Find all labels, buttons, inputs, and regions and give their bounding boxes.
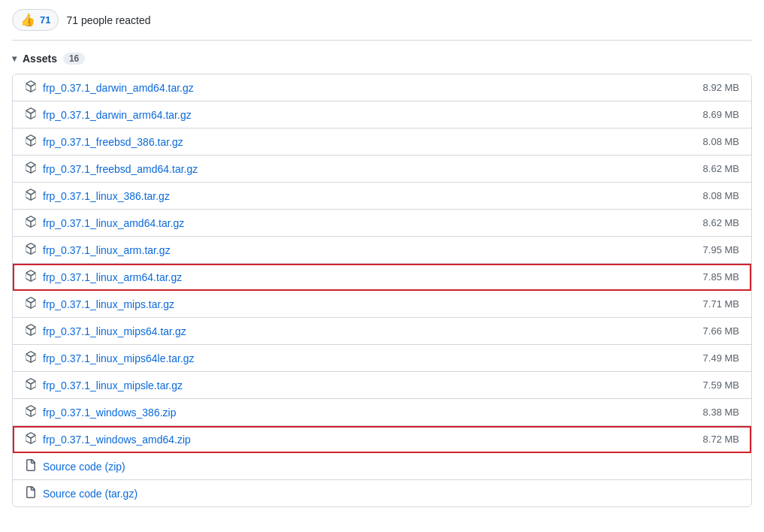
asset-link[interactable]: Source code (tar.gz) <box>43 488 137 500</box>
asset-left: frp_0.37.1_windows_386.zip <box>25 405 176 419</box>
asset-size: 8.72 MB <box>703 434 739 445</box>
asset-size: 8.69 MB <box>703 109 739 120</box>
asset-left: frp_0.37.1_darwin_arm64.tar.gz <box>25 107 192 122</box>
asset-size: 7.49 MB <box>703 352 739 364</box>
asset-size: 8.38 MB <box>703 407 739 418</box>
assets-section: ▾ Assets 16 frp_0.37.1_darwin_amd64.tar.… <box>12 41 752 519</box>
asset-link[interactable]: frp_0.37.1_freebsd_386.tar.gz <box>43 136 183 148</box>
reaction-emoji: 👍 <box>20 13 35 27</box>
package-icon <box>25 297 37 311</box>
asset-left: frp_0.37.1_freebsd_amd64.tar.gz <box>25 162 198 176</box>
asset-left: frp_0.37.1_linux_mipsle.tar.gz <box>25 378 183 392</box>
package-icon <box>25 107 37 122</box>
asset-left: frp_0.37.1_freebsd_386.tar.gz <box>25 135 183 149</box>
asset-left: Source code (tar.gz) <box>25 486 137 500</box>
asset-size: 8.62 MB <box>703 163 739 174</box>
asset-row: frp_0.37.1_linux_mips64le.tar.gz7.49 MB <box>13 345 751 372</box>
asset-size: 7.66 MB <box>703 325 739 337</box>
asset-link[interactable]: frp_0.37.1_linux_arm64.tar.gz <box>43 271 182 283</box>
reaction-button[interactable]: 👍 71 <box>12 9 59 31</box>
asset-row: frp_0.37.1_linux_mips.tar.gz7.71 MB <box>13 291 751 318</box>
asset-row: frp_0.37.1_freebsd_amd64.tar.gz8.62 MB <box>13 156 751 183</box>
asset-link[interactable]: frp_0.37.1_freebsd_amd64.tar.gz <box>43 163 198 175</box>
assets-label: Assets <box>23 53 57 65</box>
asset-link[interactable]: frp_0.37.1_linux_mips64.tar.gz <box>43 325 186 337</box>
asset-left: frp_0.37.1_linux_arm.tar.gz <box>25 243 171 257</box>
asset-left: frp_0.37.1_linux_amd64.tar.gz <box>25 216 184 230</box>
asset-link[interactable]: frp_0.37.1_linux_mips64le.tar.gz <box>43 352 195 364</box>
asset-size: 8.92 MB <box>703 82 739 93</box>
source-icon <box>25 486 37 500</box>
asset-row: frp_0.37.1_windows_amd64.zip8.72 MB <box>13 426 751 453</box>
asset-link[interactable]: frp_0.37.1_linux_mips.tar.gz <box>43 298 174 310</box>
package-icon <box>25 243 37 257</box>
asset-row: frp_0.37.1_linux_amd64.tar.gz8.62 MB <box>13 210 751 237</box>
asset-size: 8.08 MB <box>703 136 739 147</box>
asset-size: 8.08 MB <box>703 190 739 201</box>
asset-size: 8.62 MB <box>703 217 739 228</box>
package-icon <box>25 378 37 392</box>
assets-toggle-icon: ▾ <box>12 53 17 64</box>
reaction-count: 71 <box>40 14 50 26</box>
source-icon <box>25 459 37 473</box>
asset-left: frp_0.37.1_windows_amd64.zip <box>25 432 191 446</box>
package-icon <box>25 189 37 203</box>
asset-link[interactable]: frp_0.37.1_linux_386.tar.gz <box>43 190 170 202</box>
asset-size: 7.59 MB <box>703 379 739 391</box>
asset-left: frp_0.37.1_linux_mips.tar.gz <box>25 297 174 311</box>
asset-left: frp_0.37.1_linux_arm64.tar.gz <box>25 270 182 284</box>
asset-link[interactable]: Source code (zip) <box>43 461 125 473</box>
asset-link[interactable]: frp_0.37.1_linux_arm.tar.gz <box>43 244 171 256</box>
package-icon <box>25 162 37 176</box>
asset-row: frp_0.37.1_darwin_amd64.tar.gz8.92 MB <box>13 74 751 101</box>
asset-row: frp_0.37.1_darwin_arm64.tar.gz8.69 MB <box>13 101 751 128</box>
asset-left: frp_0.37.1_darwin_amd64.tar.gz <box>25 80 194 95</box>
asset-link[interactable]: frp_0.37.1_windows_386.zip <box>43 407 176 419</box>
asset-row: Source code (tar.gz) <box>13 480 751 506</box>
asset-row: frp_0.37.1_freebsd_386.tar.gz8.08 MB <box>13 128 751 156</box>
asset-row: frp_0.37.1_linux_arm.tar.gz7.95 MB <box>13 237 751 264</box>
asset-row: frp_0.37.1_linux_386.tar.gz8.08 MB <box>13 183 751 210</box>
package-icon <box>25 80 37 95</box>
asset-row: frp_0.37.1_linux_arm64.tar.gz7.85 MB <box>13 264 751 291</box>
asset-left: Source code (zip) <box>25 459 125 473</box>
asset-left: frp_0.37.1_linux_mips64le.tar.gz <box>25 351 195 365</box>
asset-row: frp_0.37.1_windows_386.zip8.38 MB <box>13 399 751 426</box>
assets-count: 16 <box>63 53 85 65</box>
asset-link[interactable]: frp_0.37.1_darwin_amd64.tar.gz <box>43 82 194 94</box>
reactions-bar: 👍 71 71 people reacted <box>12 0 752 41</box>
asset-link[interactable]: frp_0.37.1_linux_amd64.tar.gz <box>43 217 184 229</box>
asset-link[interactable]: frp_0.37.1_windows_amd64.zip <box>43 434 191 446</box>
asset-size: 7.95 MB <box>703 244 739 255</box>
asset-link[interactable]: frp_0.37.1_darwin_arm64.tar.gz <box>43 109 192 121</box>
asset-left: frp_0.37.1_linux_386.tar.gz <box>25 189 170 203</box>
asset-row: frp_0.37.1_linux_mipsle.tar.gz7.59 MB <box>13 372 751 399</box>
package-icon <box>25 324 37 338</box>
package-icon <box>25 216 37 230</box>
asset-size: 7.85 MB <box>703 271 739 283</box>
reactions-text: 71 people reacted <box>66 14 150 26</box>
package-icon <box>25 432 37 446</box>
assets-list: frp_0.37.1_darwin_amd64.tar.gz8.92 MB fr… <box>12 74 752 507</box>
assets-header[interactable]: ▾ Assets 16 <box>12 53 752 65</box>
asset-link[interactable]: frp_0.37.1_linux_mipsle.tar.gz <box>43 379 183 391</box>
asset-row: Source code (zip) <box>13 453 751 480</box>
package-icon <box>25 405 37 419</box>
package-icon <box>25 351 37 365</box>
asset-row: frp_0.37.1_linux_mips64.tar.gz7.66 MB <box>13 318 751 345</box>
asset-left: frp_0.37.1_linux_mips64.tar.gz <box>25 324 186 338</box>
package-icon <box>25 135 37 149</box>
asset-size: 7.71 MB <box>703 298 739 310</box>
package-icon <box>25 270 37 284</box>
